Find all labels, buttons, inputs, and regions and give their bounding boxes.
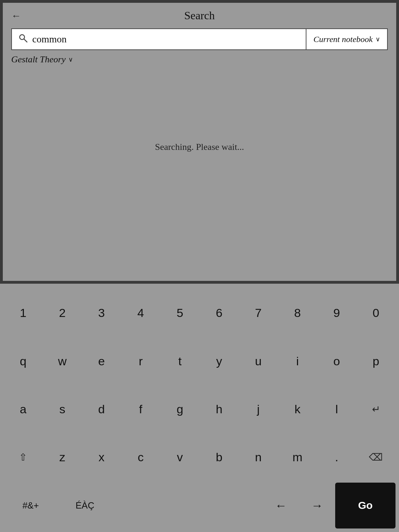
key-2[interactable]: 2 xyxy=(43,290,82,336)
keyboard-row-asdf: a s d f g h j k l ↵ xyxy=(4,386,395,432)
key-period[interactable]: . xyxy=(317,434,356,480)
key-i[interactable]: i xyxy=(278,338,317,384)
notebook-filter-label: Current notebook xyxy=(313,35,373,44)
key-g[interactable]: g xyxy=(160,386,200,432)
back-button[interactable]: ← xyxy=(11,10,21,21)
header: ← Search xyxy=(3,3,396,28)
notebook-filter-button[interactable]: Current notebook ∨ xyxy=(306,28,388,50)
key-m[interactable]: m xyxy=(278,434,317,480)
search-status-message: Searching. Please wait... xyxy=(155,142,244,152)
key-c[interactable]: c xyxy=(121,434,160,480)
key-go[interactable]: Go xyxy=(335,483,395,528)
key-h[interactable]: h xyxy=(200,386,239,432)
search-icon xyxy=(18,33,28,45)
key-e[interactable]: e xyxy=(82,338,121,384)
keyboard-row-numbers: 1 2 3 4 5 6 7 8 9 0 xyxy=(4,290,395,336)
key-q[interactable]: q xyxy=(4,338,43,384)
key-5[interactable]: 5 xyxy=(160,290,200,336)
key-a[interactable]: a xyxy=(4,386,43,432)
key-0[interactable]: 0 xyxy=(356,290,395,336)
notebook-name-row[interactable]: Gestalt Theory ∨ xyxy=(11,54,388,65)
key-accents[interactable]: ÉÀÇ xyxy=(58,483,112,528)
key-y[interactable]: y xyxy=(200,338,239,384)
key-shift[interactable]: ⇧ xyxy=(4,434,43,480)
notebook-name-label: Gestalt Theory xyxy=(11,54,66,65)
key-p[interactable]: p xyxy=(356,338,395,384)
search-status-area: Searching. Please wait... xyxy=(3,142,396,152)
key-symbols[interactable]: #&+ xyxy=(4,483,58,528)
key-t[interactable]: t xyxy=(160,338,200,384)
svg-line-1 xyxy=(24,39,27,42)
page-title: Search xyxy=(184,9,215,22)
key-8[interactable]: 8 xyxy=(278,290,317,336)
back-icon: ← xyxy=(11,10,21,21)
key-w[interactable]: w xyxy=(43,338,82,384)
key-n[interactable]: n xyxy=(239,434,278,480)
key-b[interactable]: b xyxy=(200,434,239,480)
notebook-name-chevron: ∨ xyxy=(68,56,73,63)
search-box[interactable]: common xyxy=(11,28,306,50)
key-left-arrow[interactable]: ← xyxy=(263,483,299,528)
key-4[interactable]: 4 xyxy=(121,290,160,336)
key-6[interactable]: 6 xyxy=(200,290,239,336)
key-l[interactable]: l xyxy=(317,386,356,432)
search-query-display: common xyxy=(32,34,299,45)
notebook-filter-chevron: ∨ xyxy=(376,35,380,43)
key-1[interactable]: 1 xyxy=(4,290,43,336)
key-s[interactable]: s xyxy=(43,386,82,432)
key-d[interactable]: d xyxy=(82,386,121,432)
key-9[interactable]: 9 xyxy=(317,290,356,336)
key-7[interactable]: 7 xyxy=(239,290,278,336)
key-o[interactable]: o xyxy=(317,338,356,384)
keyboard-row-zxcv: ⇧ z x c v b n m . ⌫ xyxy=(4,434,395,480)
search-row: common Current notebook ∨ xyxy=(11,28,388,50)
key-backspace[interactable]: ⌫ xyxy=(356,434,395,480)
key-k[interactable]: k xyxy=(278,386,317,432)
key-z[interactable]: z xyxy=(43,434,82,480)
key-space[interactable] xyxy=(112,483,263,528)
key-j[interactable]: j xyxy=(239,386,278,432)
key-v[interactable]: v xyxy=(160,434,200,480)
key-enter[interactable]: ↵ xyxy=(356,386,395,432)
key-right-arrow[interactable]: → xyxy=(299,483,335,528)
keyboard: 1 2 3 4 5 6 7 8 9 0 q w e r t y u i o p … xyxy=(0,284,399,532)
key-x[interactable]: x xyxy=(82,434,121,480)
key-r[interactable]: r xyxy=(121,338,160,384)
keyboard-row-bottom: #&+ ÉÀÇ ← → Go xyxy=(4,483,395,528)
key-u[interactable]: u xyxy=(239,338,278,384)
key-3[interactable]: 3 xyxy=(82,290,121,336)
app-screen: ← Search common Current notebook ∨ Gesta… xyxy=(0,0,399,284)
key-f[interactable]: f xyxy=(121,386,160,432)
keyboard-row-qwerty: q w e r t y u i o p xyxy=(4,338,395,384)
